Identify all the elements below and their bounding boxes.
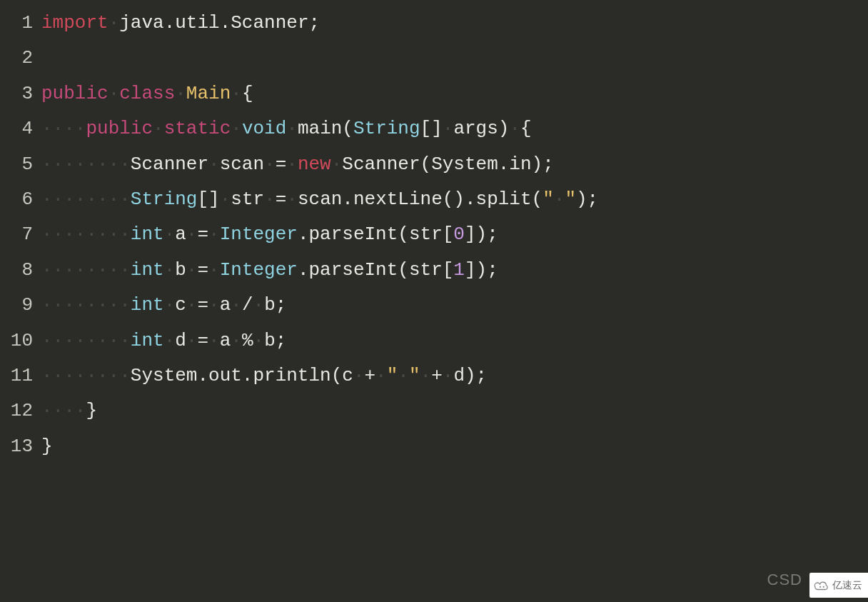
token: System.out.println(c xyxy=(131,365,353,386)
code-line: 9········int·c·=·a·/·b; xyxy=(0,288,868,323)
token: · xyxy=(164,259,176,281)
code-content: ········int·c·=·a·/·b; xyxy=(41,288,868,323)
token: · xyxy=(208,259,220,281)
token: scan.nextLine().split( xyxy=(298,189,542,210)
code-line: 11········System.out.println(c·+·"·"·+·d… xyxy=(0,358,868,393)
token: = xyxy=(197,224,208,245)
token: = xyxy=(197,259,208,281)
token: · xyxy=(286,154,298,175)
token: a xyxy=(220,294,231,316)
line-number: 6 xyxy=(0,182,41,217)
token: · xyxy=(331,154,343,175)
token: [] xyxy=(420,118,443,139)
token: " xyxy=(409,365,420,386)
token: · xyxy=(253,330,265,351)
token: Scanner(System.in); xyxy=(342,154,553,175)
token: } xyxy=(41,436,53,457)
token: .parseInt(str[ xyxy=(298,224,453,245)
token: str xyxy=(231,189,264,210)
token: · xyxy=(286,118,298,139)
token: Scanner xyxy=(131,154,208,175)
svg-point-0 xyxy=(819,586,821,587)
token: · xyxy=(264,189,276,210)
token: = xyxy=(276,154,287,175)
token: " xyxy=(565,189,576,210)
token: ···· xyxy=(41,400,86,421)
line-number: 4 xyxy=(0,111,41,146)
line-number: 10 xyxy=(0,323,41,358)
token: + xyxy=(365,365,376,386)
code-editor: 1import·java.util.Scanner;23public·class… xyxy=(0,0,868,464)
code-content: ········System.out.println(c·+·"·"·+·d); xyxy=(41,358,868,393)
token: int xyxy=(131,330,164,351)
token: · xyxy=(286,189,298,210)
watermark-badge-text: 亿速云 xyxy=(832,576,862,595)
token: · xyxy=(231,118,242,139)
token: ········ xyxy=(41,259,131,281)
token: = xyxy=(197,294,208,316)
token: · xyxy=(186,330,198,351)
line-number: 7 xyxy=(0,217,41,252)
code-line: 12····} xyxy=(0,393,868,428)
token: int xyxy=(131,294,164,316)
token: = xyxy=(197,330,208,351)
line-number: 9 xyxy=(0,288,41,323)
token: · xyxy=(264,154,276,175)
cloud-icon xyxy=(814,580,829,591)
token: new xyxy=(298,154,331,175)
token: a xyxy=(220,330,231,351)
code-content: ····} xyxy=(41,393,868,428)
code-content: import·java.util.Scanner; xyxy=(41,6,868,41)
token: · xyxy=(208,294,220,316)
token: { xyxy=(520,118,532,139)
svg-point-1 xyxy=(823,586,824,587)
token: · xyxy=(375,365,387,386)
code-line: 6········String[]·str·=·scan.nextLine().… xyxy=(0,182,868,217)
token: · xyxy=(153,118,164,139)
token: · xyxy=(175,83,186,104)
token: · xyxy=(186,224,198,245)
code-line: 2 xyxy=(0,41,868,76)
token: Main xyxy=(186,83,231,104)
token: · xyxy=(108,12,120,34)
token: · xyxy=(208,330,220,351)
token: scan xyxy=(220,154,264,175)
code-content: ········int·b·=·Integer.parseInt(str[1])… xyxy=(41,253,868,288)
code-line: 5········Scanner·scan·=·new·Scanner(Syst… xyxy=(0,147,868,182)
code-line: 7········int·a·=·Integer.parseInt(str[0]… xyxy=(0,217,868,252)
token: void xyxy=(242,118,286,139)
token: · xyxy=(186,294,198,316)
token: } xyxy=(86,400,97,421)
token: args) xyxy=(453,118,509,139)
token: · xyxy=(164,224,176,245)
token: = xyxy=(276,189,287,210)
token: ]); xyxy=(465,259,498,281)
token: 0 xyxy=(453,224,465,245)
token: · xyxy=(231,294,242,316)
token: · xyxy=(253,294,265,316)
token: ········ xyxy=(41,154,131,175)
line-number: 5 xyxy=(0,147,41,182)
token: a xyxy=(175,224,186,245)
token: · xyxy=(164,294,176,316)
token: String xyxy=(353,118,420,139)
token: ········ xyxy=(41,224,131,245)
token: ········ xyxy=(41,330,131,351)
token: · xyxy=(231,330,242,351)
token: · xyxy=(420,365,432,386)
code-content: ········int·d·=·a·%·b; xyxy=(41,323,868,358)
line-number: 3 xyxy=(0,76,41,111)
line-number: 13 xyxy=(0,429,41,464)
watermark-csd: CSD xyxy=(767,565,802,595)
token: · xyxy=(353,365,365,386)
token: 1 xyxy=(453,259,465,281)
token: · xyxy=(554,189,565,210)
code-line: 3public·class·Main·{ xyxy=(0,76,868,111)
token: b xyxy=(175,259,186,281)
token: · xyxy=(208,154,220,175)
code-content: ········Scanner·scan·=·new·Scanner(Syste… xyxy=(41,147,868,182)
token: · xyxy=(443,118,454,139)
token: java.util.Scanner; xyxy=(119,12,320,34)
token: int xyxy=(131,259,164,281)
token: b; xyxy=(264,294,286,316)
